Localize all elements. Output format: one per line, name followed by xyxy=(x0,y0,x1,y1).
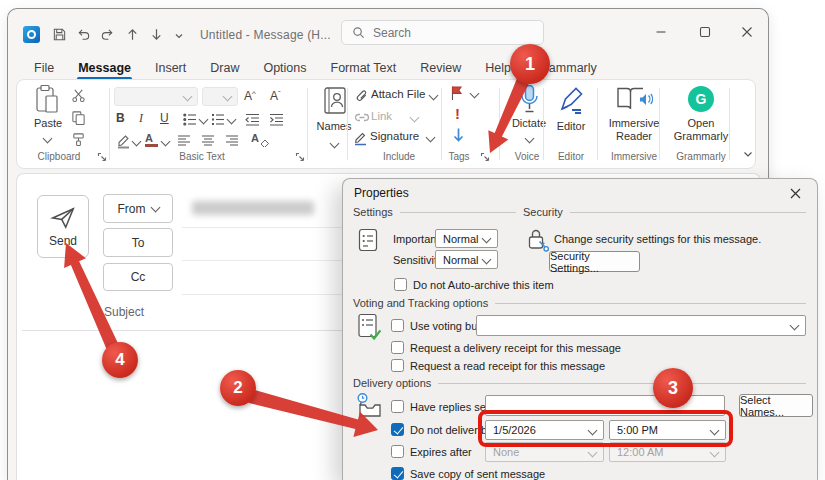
redo-icon[interactable] xyxy=(100,27,115,42)
attach-file-button[interactable]: Attach File xyxy=(371,88,425,100)
font-name-select[interactable] xyxy=(114,87,198,106)
bullets-icon[interactable] xyxy=(183,113,197,126)
autoarchive-checkbox[interactable] xyxy=(394,278,407,291)
voting-buttons-select[interactable] xyxy=(476,315,806,336)
attach-file-icon xyxy=(355,89,368,104)
save-icon[interactable] xyxy=(52,27,67,42)
clipboard-dialog-launcher-icon[interactable] xyxy=(97,152,107,162)
from-button[interactable]: From xyxy=(103,194,173,223)
have-replies-checkbox[interactable] xyxy=(391,400,404,413)
expires-checkbox[interactable] xyxy=(391,445,404,458)
deliver-date-select[interactable]: 1/5/2026 xyxy=(485,420,604,440)
numbering-chevron-icon[interactable] xyxy=(227,115,237,125)
immersive-reader-button[interactable]: Immersive Reader xyxy=(603,84,665,146)
low-importance-icon[interactable] xyxy=(451,127,466,144)
deliver-time-select[interactable]: 5:00 PM xyxy=(609,420,726,440)
read-receipt-checkbox[interactable] xyxy=(391,359,404,372)
settings-icon xyxy=(358,228,378,252)
move-down-icon[interactable] xyxy=(149,27,164,42)
font-color-chevron-icon[interactable] xyxy=(161,137,171,147)
underline-icon[interactable]: U xyxy=(160,111,169,125)
bold-icon[interactable]: B xyxy=(116,111,125,125)
flag-chevron-icon[interactable] xyxy=(470,89,480,99)
tags-dialog-launcher-icon[interactable] xyxy=(480,152,490,162)
grow-font-icon[interactable]: A^ xyxy=(244,89,256,103)
dictate-button[interactable]: Dictate xyxy=(505,83,553,147)
italic-icon[interactable]: I xyxy=(139,111,143,126)
expires-time-select: 12:00 AM xyxy=(609,442,726,462)
paste-button[interactable]: Paste xyxy=(27,84,69,146)
search-input[interactable]: Search xyxy=(341,20,544,45)
signature-chevron-icon[interactable] xyxy=(426,133,436,143)
shrink-font-icon[interactable]: Aˇ xyxy=(270,89,281,103)
to-button[interactable]: To xyxy=(103,228,173,257)
send-button[interactable]: Send xyxy=(37,195,89,258)
voting-icon xyxy=(357,313,383,341)
message-body[interactable] xyxy=(22,331,354,480)
include-group-label: Include xyxy=(359,151,439,162)
select-names-button[interactable]: Select Names... xyxy=(739,394,813,417)
cut-icon[interactable] xyxy=(71,88,86,103)
save-copy-checkbox[interactable] xyxy=(391,467,404,480)
window-title: Untitled - Message (H... xyxy=(200,28,331,42)
link-icon xyxy=(355,111,369,124)
font-color-icon[interactable]: A xyxy=(145,132,158,147)
delivery-receipt-checkbox[interactable] xyxy=(391,341,404,354)
move-up-icon[interactable] xyxy=(125,27,140,42)
cc-button[interactable]: Cc xyxy=(103,263,173,291)
increase-indent-icon[interactable] xyxy=(269,113,284,126)
editor-pen-icon xyxy=(558,85,585,114)
tab-options[interactable]: Options xyxy=(251,55,318,80)
tab-file[interactable]: File xyxy=(22,55,66,80)
maximize-button[interactable] xyxy=(699,26,711,38)
tab-draw[interactable]: Draw xyxy=(198,55,251,80)
sensitivity-select[interactable]: Normal xyxy=(435,250,498,269)
dialog-close-icon[interactable] xyxy=(789,187,802,200)
format-painter-icon[interactable] xyxy=(71,132,86,147)
collapse-ribbon-chevron-icon[interactable] xyxy=(742,150,754,159)
close-button[interactable] xyxy=(741,26,753,38)
delivery-section-heading: Delivery options xyxy=(353,377,806,389)
numbering-icon[interactable] xyxy=(211,113,225,126)
copy-icon[interactable] xyxy=(71,110,86,125)
highlight-chevron-icon[interactable] xyxy=(132,137,142,147)
link-chevron-icon xyxy=(410,113,420,123)
subject-label: Subject xyxy=(104,305,144,319)
font-size-select[interactable] xyxy=(202,87,238,106)
signature-icon xyxy=(353,130,368,146)
names-button[interactable]: Names xyxy=(313,84,355,164)
tab-review[interactable]: Review xyxy=(408,55,473,80)
editor-button[interactable]: Editor xyxy=(549,84,593,146)
paste-clipboard-icon xyxy=(34,84,61,115)
security-section-heading: Security xyxy=(523,206,806,218)
properties-dialog: Properties Settings Security Importance … xyxy=(342,178,818,480)
do-not-deliver-checkbox[interactable] xyxy=(391,423,404,436)
open-grammarly-button[interactable]: G Open Grammarly xyxy=(667,84,735,146)
tab-format-text[interactable]: Format Text xyxy=(319,55,409,80)
dictate-chevron-icon xyxy=(525,134,535,144)
align-left-icon[interactable] xyxy=(177,135,191,146)
security-settings-button[interactable]: Security Settings... xyxy=(549,251,640,272)
delivery-icon xyxy=(355,392,383,420)
follow-up-flag-icon[interactable] xyxy=(449,85,464,101)
bullets-chevron-icon[interactable] xyxy=(199,115,209,125)
importance-select[interactable]: Normal xyxy=(435,229,498,248)
align-center-icon[interactable] xyxy=(201,135,215,146)
attach-file-chevron-icon[interactable] xyxy=(429,91,439,101)
clear-formatting-icon[interactable]: A xyxy=(251,132,259,144)
high-importance-icon[interactable]: ! xyxy=(455,105,460,122)
annotation-step-2: 2 xyxy=(220,370,256,406)
undo-icon[interactable] xyxy=(76,27,91,42)
signature-button[interactable]: Signature xyxy=(370,130,419,142)
minimize-button[interactable] xyxy=(655,26,667,38)
paste-chevron-icon xyxy=(43,134,53,144)
basic-text-dialog-launcher-icon[interactable] xyxy=(295,152,305,162)
use-voting-checkbox[interactable] xyxy=(391,319,404,332)
align-right-icon[interactable] xyxy=(225,135,239,146)
tab-insert[interactable]: Insert xyxy=(143,55,198,80)
names-label: Names xyxy=(309,120,359,133)
decrease-indent-icon[interactable] xyxy=(245,113,260,126)
tab-message[interactable]: Message xyxy=(66,55,143,80)
text-highlight-icon[interactable] xyxy=(116,133,131,149)
qat-customize-chevron-icon[interactable] xyxy=(174,32,184,40)
